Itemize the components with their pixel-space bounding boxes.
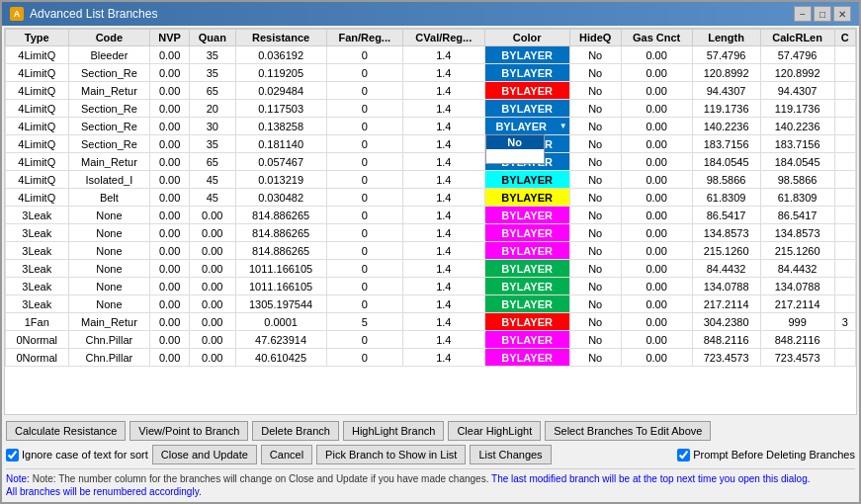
table-cell: 140.2236 [760, 118, 834, 135]
table-cell: 134.0788 [760, 278, 834, 295]
table-cell [834, 189, 855, 207]
table-cell: No [569, 46, 621, 64]
table-cell [834, 295, 855, 313]
table-cell: 0.119205 [235, 64, 326, 82]
table-cell[interactable]: BYLAYER▼NoYes [484, 118, 569, 135]
table-cell: 45 [189, 171, 235, 189]
table-cell: BYLAYER [484, 100, 569, 118]
pick-branch-button[interactable]: Pick Branch to Show in List [316, 445, 466, 464]
table-cell: 4LimitQ [6, 171, 69, 189]
prompt-before-deleting-checkbox[interactable] [677, 449, 690, 462]
table-cell: 0.00 [189, 313, 235, 331]
color-cell-label: BYLAYER [485, 120, 558, 133]
table-cell: 4LimitQ [6, 118, 69, 135]
column-header-fan-reg---: Fan/Reg... [326, 30, 402, 46]
ignore-case-checkbox[interactable] [6, 449, 19, 462]
table-cell: BYLAYER [484, 295, 569, 313]
table-row: 3LeakNone0.000.001011.16610501.4BYLAYERN… [6, 278, 856, 295]
table-cell: 0.00 [621, 224, 692, 242]
table-cell: 0 [326, 295, 402, 313]
table-cell: 0.00 [150, 82, 190, 100]
table-cell: None [68, 295, 150, 313]
table-cell: 3Leak [6, 278, 69, 295]
table-cell: 84.4432 [692, 260, 760, 278]
note-text-1: Note: Note: The number column for the br… [6, 473, 810, 484]
table-cell: 0.013219 [235, 171, 326, 189]
table-cell: 98.5866 [760, 171, 834, 189]
table-cell: 4LimitQ [6, 46, 69, 64]
table-cell: 0 [326, 331, 402, 349]
table-cell: No [569, 313, 621, 331]
table-cell: 94.4307 [760, 82, 834, 100]
table-cell: BYLAYER [484, 242, 569, 260]
table-cell: 0.00 [150, 242, 190, 260]
table-row: 3LeakNone0.000.001011.16610501.4BYLAYERN… [6, 260, 856, 278]
table-cell: Section_Re [68, 64, 150, 82]
table-cell: 1.4 [402, 331, 484, 349]
dropdown-option[interactable]: Yes [486, 149, 544, 163]
table-cell: Section_Re [68, 135, 150, 153]
table-cell: 0 [326, 260, 402, 278]
highlight-branch-button[interactable]: HighLight Branch [343, 421, 444, 441]
table-cell: Main_Retur [68, 313, 150, 331]
table-row: 4LimitQSection_Re0.00300.13825801.4BYLAY… [6, 118, 856, 135]
table-cell: 0.00 [150, 64, 190, 82]
table-cell: 0.00 [189, 349, 235, 367]
button-row-2: Ignore case of text for sort Close and U… [6, 445, 855, 464]
table-cell: Belt [68, 189, 150, 207]
maximize-button[interactable]: □ [814, 6, 831, 22]
table-row: 4LimitQSection_Re0.00350.11920501.4BYLAY… [6, 64, 856, 82]
table-cell [834, 135, 855, 153]
table-cell: 0.00 [621, 313, 692, 331]
table-cell: 0.00 [150, 260, 190, 278]
table-cell: 217.2114 [760, 295, 834, 313]
table-cell: 0 [326, 118, 402, 135]
table-cell: 40.610425 [235, 349, 326, 367]
table-row: 3LeakNone0.000.00814.88626501.4BYLAYERNo… [6, 207, 856, 224]
table-cell [834, 260, 855, 278]
delete-branch-button[interactable]: Delete Branch [252, 421, 339, 441]
table-cell: 1.4 [402, 260, 484, 278]
table-cell: Chn.Pillar [68, 349, 150, 367]
table-cell: No [569, 242, 621, 260]
table-cell: 0.00 [621, 189, 692, 207]
table-cell: 4LimitQ [6, 189, 69, 207]
table-cell: 0.00 [150, 278, 190, 295]
cancel-button[interactable]: Cancel [261, 445, 312, 464]
table-cell: Bleeder [68, 46, 150, 64]
table-cell: No [569, 331, 621, 349]
table-cell: 814.886265 [235, 207, 326, 224]
calculate-resistance-button[interactable]: Calculate Resistance [6, 421, 126, 441]
select-branches-button[interactable]: Select Branches To Edit Above [545, 421, 711, 441]
table-cell: 0 [326, 171, 402, 189]
table-cell: 1.4 [402, 82, 484, 100]
table-cell [834, 331, 855, 349]
minimize-button[interactable]: − [794, 6, 812, 22]
table-cell: 65 [189, 153, 235, 171]
close-button[interactable]: ✕ [833, 6, 851, 22]
table-cell: No [569, 349, 621, 367]
table-row: 1FanMain_Retur0.000.000.000151.4BYLAYERN… [6, 313, 856, 331]
table-cell: 0 [326, 46, 402, 64]
list-changes-button[interactable]: List Changes [470, 445, 551, 464]
table-cell: 4LimitQ [6, 100, 69, 118]
table-cell: 0.00 [621, 82, 692, 100]
table-cell [834, 82, 855, 100]
table-row: 4LimitQMain_Retur0.00650.05746701.4BYLAY… [6, 153, 856, 171]
table-cell: 0.00 [189, 224, 235, 242]
dropdown-option[interactable]: No [486, 135, 544, 149]
table-cell: 0.00 [621, 331, 692, 349]
table-cell: 61.8309 [760, 189, 834, 207]
column-header-calcrlen: CalcRLen [760, 30, 834, 46]
table-cell: 723.4573 [760, 349, 834, 367]
prompt-before-deleting-text: Prompt Before Deleting Branches [693, 449, 855, 461]
table-cell [834, 242, 855, 260]
table-cell: 3Leak [6, 260, 69, 278]
close-and-update-button[interactable]: Close and Update [152, 445, 257, 464]
view-point-to-branch-button[interactable]: View/Point to Branch [129, 421, 248, 441]
dropdown-arrow-icon[interactable]: ▼ [558, 122, 569, 130]
table-cell: 0.117503 [235, 100, 326, 118]
column-header-nvp: NVP [150, 30, 190, 46]
table-cell: 0.00 [621, 118, 692, 135]
clear-highlight-button[interactable]: Clear HighLight [448, 421, 541, 441]
